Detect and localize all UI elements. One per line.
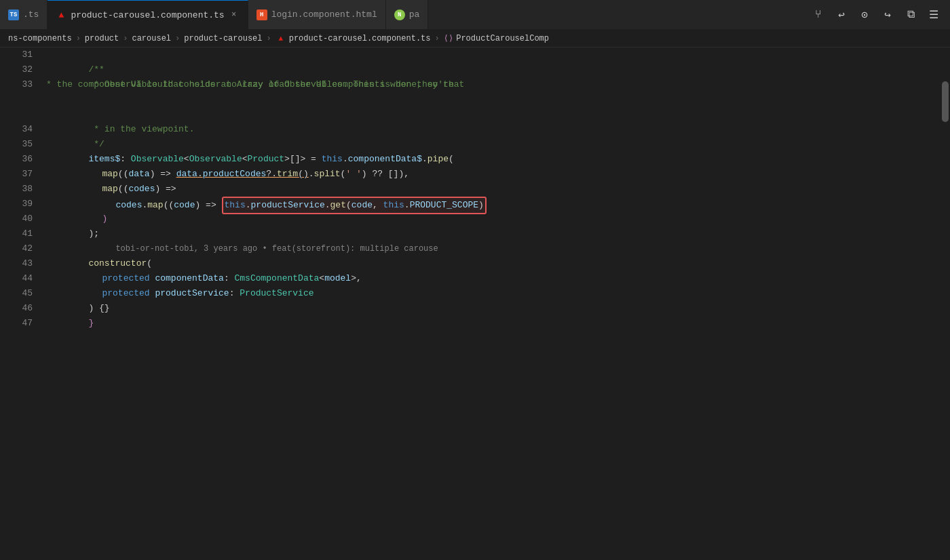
go-forward-icon[interactable]: ↪	[877, 4, 898, 26]
breadcrumb-component-ts[interactable]: product-carousel.component.ts	[289, 34, 431, 43]
breadcrumb-symbol-icon: ⟨⟩	[444, 33, 453, 43]
code-line-46: ) {}	[41, 286, 940, 301]
line-num-44: 44	[0, 271, 33, 286]
line-num-42: 42	[0, 241, 33, 256]
branch-icon[interactable]: ⑂	[808, 4, 829, 26]
code-line-38: map((codes) =>	[41, 167, 940, 182]
angular-icon: ▲	[56, 9, 66, 20]
code-line-36: items$: Observable<Observable<Product>[]…	[41, 137, 940, 152]
tab-ts-file[interactable]: TS .ts	[0, 0, 48, 30]
split-editor-icon[interactable]: ⧉	[900, 4, 922, 26]
line-num-34: 34	[0, 122, 33, 137]
code-line-31: /**	[41, 47, 940, 62]
scrollbar-thumb[interactable]	[942, 81, 949, 122]
angular-breadcrumb-icon: ▲	[276, 33, 286, 44]
toolbar-icons: ⑂ ↩ ⊙ ↪ ⧉ ☰	[808, 4, 950, 26]
code-line-35: */	[41, 122, 940, 137]
tab-label: login.component.html	[271, 9, 377, 20]
line-num-41: 41	[0, 226, 33, 241]
line-num-31: 31	[0, 47, 33, 62]
breadcrumb-ns-components[interactable]: ns-components	[8, 34, 72, 43]
line-num-46: 46	[0, 301, 33, 316]
go-back-icon[interactable]: ↩	[831, 4, 852, 26]
line-num-37: 37	[0, 167, 33, 182]
code-line-47: }	[41, 301, 940, 316]
line-num-39: 39	[0, 197, 33, 212]
editor-area: 31 32 33 34 35 36 37 38 39 40 41 42 43 4…	[0, 47, 950, 560]
breadcrumb-carousel[interactable]: carousel	[132, 34, 171, 43]
node-icon: N	[394, 9, 405, 20]
line-num-36: 36	[0, 152, 33, 167]
breadcrumb-product-carousel[interactable]: product-carousel	[184, 34, 262, 43]
tab-label: .ts	[23, 9, 39, 20]
tab-product-carousel[interactable]: ▲ product-carousel.component.ts ×	[48, 0, 248, 30]
code-line-43: constructor(	[41, 241, 940, 256]
line-num-32: 32	[0, 62, 33, 77]
tab-label: product-carousel.component.ts	[71, 10, 224, 20]
code-line-32: * Observable that holds an Array of Obse…	[41, 62, 940, 77]
code-line-45: protected productService: ProductService	[41, 271, 940, 286]
code-line-40: )	[41, 197, 940, 212]
tab-label: pa	[409, 9, 420, 20]
line-numbers: 31 32 33 34 35 36 37 38 39 40 41 42 43 4…	[0, 47, 41, 560]
line-num-45: 45	[0, 286, 33, 301]
breadcrumb: ns-components › product › carousel › pro…	[0, 30, 950, 47]
line-num-33b	[0, 92, 33, 122]
code-line-39: codes.map((code) => this.productService.…	[41, 182, 940, 197]
line-num-47: 47	[0, 316, 33, 331]
code-line-42	[41, 226, 940, 241]
tab-pa[interactable]: N pa	[386, 0, 429, 30]
code-line-44: protected componentData: CmsComponentDat…	[41, 256, 940, 271]
dot-icon[interactable]: ⊙	[854, 4, 875, 26]
line-num-33: 33	[0, 77, 33, 92]
breadcrumb-product[interactable]: product	[85, 34, 119, 43]
breadcrumb-class[interactable]: ProductCarouselComp	[456, 34, 549, 43]
code-line-41: ); tobi-or-not-tobi, 3 years ago • feat(…	[41, 212, 940, 226]
code-line-37: map((data) => data.productCodes?.trim().…	[41, 152, 940, 167]
code-line-34: * in the viewpoint.	[41, 107, 940, 122]
layout-icon[interactable]: ☰	[923, 4, 945, 26]
html-icon: H	[256, 9, 267, 20]
scrollbar-track[interactable]	[940, 47, 950, 560]
tab-login-html[interactable]: H login.component.html	[248, 0, 386, 30]
line-num-40: 40	[0, 212, 33, 226]
close-tab-icon[interactable]: ×	[229, 9, 240, 20]
code-line-33: * the component UI could consider to laz…	[41, 77, 940, 107]
line-num-35: 35	[0, 137, 33, 152]
ts-icon: TS	[8, 9, 19, 20]
line-num-43: 43	[0, 256, 33, 271]
line-num-38: 38	[0, 182, 33, 197]
tab-bar: TS .ts ▲ product-carousel.component.ts ×…	[0, 0, 950, 30]
code-content[interactable]: /** * Observable that holds an Array of …	[41, 47, 940, 560]
app-container: TS .ts ▲ product-carousel.component.ts ×…	[0, 0, 950, 560]
